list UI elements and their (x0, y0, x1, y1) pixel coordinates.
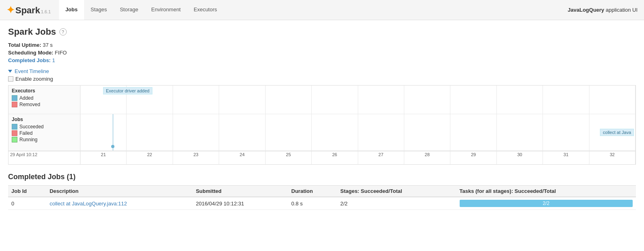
tick-23: 23 (173, 151, 219, 164)
col-duration: Duration (288, 186, 337, 197)
executors-grid (80, 86, 636, 114)
app-name-area: JavaLogQuery application UI (568, 7, 638, 13)
completed-jobs-meta: Completed Jobs: 1 (8, 57, 636, 63)
col-description: Description (46, 186, 193, 197)
page-title-area: Spark Jobs ? (8, 27, 636, 37)
tasks-progress-bar: 2/2 (460, 200, 633, 207)
job-link[interactable]: collect at JavaLogQuery.java:112 (50, 201, 127, 207)
tick-29: 29 (450, 151, 496, 164)
cell-submitted: 2016/04/29 10:12:31 (192, 197, 288, 210)
table-header-row: Job Id Description Submitted Duration St… (8, 186, 636, 197)
header: ✦Spark 1.6.1 Jobs Stages Storage Environ… (0, 0, 644, 20)
total-uptime-label: Total Uptime: (8, 42, 41, 48)
legend-succeeded: Succeeded (12, 124, 77, 130)
cell-stages: 2/2 (337, 197, 456, 210)
scheduling-mode-value: FIFO (55, 50, 67, 56)
col-submitted: Submitted (192, 186, 288, 197)
added-label: Added (19, 95, 34, 101)
total-uptime: Total Uptime: 37 s (8, 42, 636, 48)
added-color-box (12, 95, 17, 101)
completed-jobs-link[interactable]: Completed Jobs: 1 (8, 57, 55, 63)
tick-25: 25 (266, 151, 312, 164)
timeline-toggle[interactable]: Event Timeline (8, 68, 636, 74)
legend-failed: Failed (12, 130, 77, 136)
spark-flame-icon: ✦ (6, 4, 15, 15)
executor-tooltip: Executor driver added (103, 87, 152, 94)
running-color-box (12, 137, 17, 142)
col-tasks: Tasks (for all stages): Succeeded/Total (456, 186, 636, 197)
tab-environment[interactable]: Environment (145, 0, 187, 20)
executors-section-label: Executors (12, 87, 77, 94)
scheduling-mode-label: Scheduling Mode: (8, 50, 53, 56)
failed-label: Failed (19, 130, 33, 136)
col-job-id: Job Id (8, 186, 46, 197)
timeline-executors-row: Executors Added Removed (8, 86, 636, 114)
logo-area: ✦Spark 1.6.1 (6, 4, 51, 16)
total-uptime-value: 37 s (43, 42, 53, 48)
removed-label: Removed (19, 102, 40, 107)
jobs-content: collect at Java (80, 114, 636, 151)
scheduling-mode: Scheduling Mode: FIFO (8, 50, 636, 56)
spark-logo: ✦Spark (6, 4, 40, 16)
completed-jobs-table: Job Id Description Submitted Duration St… (8, 185, 636, 210)
legend-removed: Removed (12, 102, 77, 107)
removed-color-box (12, 102, 17, 107)
app-suffix: application UI (604, 7, 638, 13)
timeline-chart: Executors Added Removed (8, 85, 636, 165)
tick-30: 30 (497, 151, 543, 164)
completed-jobs-value: 1 (52, 57, 55, 63)
timeline-jobs-row: Jobs Succeeded Failed Running (8, 114, 636, 151)
col-stages: Stages: Succeeded/Total (337, 186, 456, 197)
timeline-header-label: Event Timeline (15, 68, 49, 74)
page-title: Spark Jobs (8, 27, 56, 37)
zoom-checkbox[interactable] (8, 76, 13, 82)
jobs-label-col: Jobs Succeeded Failed Running (8, 114, 80, 151)
tick-28: 28 (404, 151, 450, 164)
completed-jobs-title: Completed Jobs (1) (8, 173, 636, 181)
jobs-grid (80, 114, 636, 151)
tick-21: 21 (80, 151, 127, 164)
cell-duration: 0.8 s (288, 197, 337, 210)
collect-tooltip: collect at Java (600, 129, 634, 136)
executors-label-col: Executors Added Removed (8, 86, 80, 114)
nav-tabs: Jobs Stages Storage Environment Executor… (59, 0, 224, 20)
tab-storage[interactable]: Storage (113, 0, 145, 20)
tick-26: 26 (312, 151, 358, 164)
legend-added: Added (12, 95, 77, 101)
time-marker-dot (111, 145, 114, 148)
tab-executors[interactable]: Executors (187, 0, 224, 20)
collapse-icon (8, 70, 12, 73)
tick-31: 31 (543, 151, 589, 164)
tick-24: 24 (219, 151, 265, 164)
tick-22: 22 (127, 151, 173, 164)
succeeded-label: Succeeded (19, 124, 44, 130)
cell-job-id: 0 (8, 197, 46, 210)
zoom-toggle: Enable zooming (8, 76, 636, 82)
table-row: 0 collect at JavaLogQuery.java:112 2016/… (8, 197, 636, 210)
cell-tasks: 2/2 (456, 197, 636, 210)
failed-color-box (12, 130, 17, 136)
succeeded-color-box (12, 124, 17, 130)
time-axis-date: 29 April 10:12 (8, 151, 80, 164)
executors-content: Executor driver added (80, 86, 636, 114)
app-name: JavaLogQuery (568, 7, 604, 13)
help-icon[interactable]: ? (59, 28, 67, 36)
legend-running: Running (12, 137, 77, 142)
time-ticks: 21 22 23 24 25 26 27 28 29 30 31 32 (80, 151, 636, 164)
time-axis: 29 April 10:12 21 22 23 24 25 26 27 28 2… (8, 151, 636, 164)
cell-description: collect at JavaLogQuery.java:112 (46, 197, 193, 210)
jobs-section-label: Jobs (12, 116, 77, 123)
event-timeline-section: Event Timeline Enable zooming Executors … (8, 68, 636, 165)
spark-version: 1.6.1 (41, 9, 51, 16)
completed-jobs-label: Completed Jobs: (8, 57, 51, 63)
tick-27: 27 (358, 151, 404, 164)
tick-32: 32 (589, 151, 636, 164)
zoom-label-text: Enable zooming (15, 76, 53, 82)
tab-stages[interactable]: Stages (84, 0, 113, 20)
running-label: Running (19, 137, 38, 142)
main-content: Spark Jobs ? Total Uptime: 37 s Scheduli… (0, 20, 644, 216)
tab-jobs[interactable]: Jobs (59, 0, 84, 20)
